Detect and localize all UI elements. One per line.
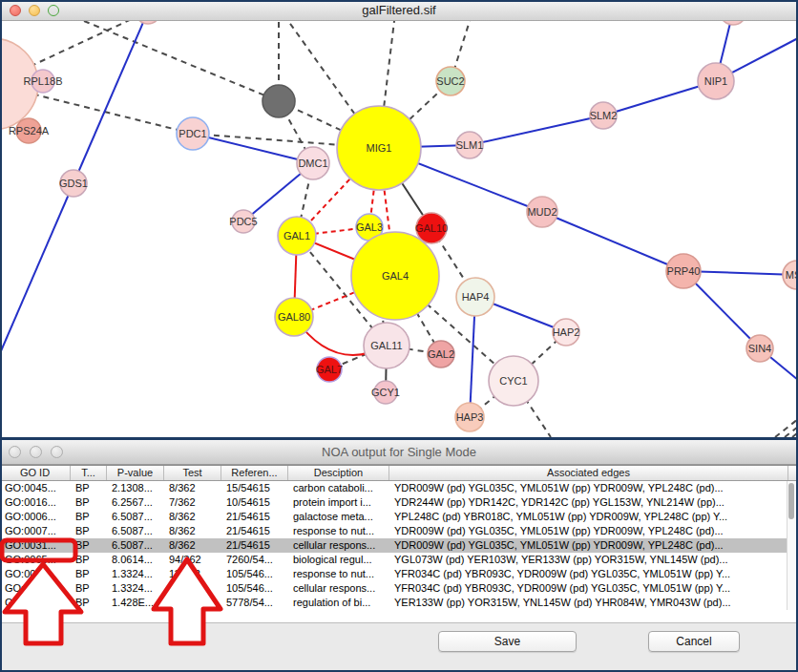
column-header-3[interactable]: Test bbox=[164, 466, 221, 480]
table-cell: YGL073W (pd) YER103W, YER133W (pp) YOR31… bbox=[389, 553, 788, 567]
table-cell: protein import i... bbox=[288, 495, 389, 510]
table-cell: GO:0031... bbox=[0, 567, 71, 581]
noa-close-button[interactable] bbox=[9, 446, 21, 458]
table-cell: YDR009W (pd) YGL035C, YML051W (pp) YDR00… bbox=[389, 524, 788, 538]
table-row[interactable]: GO:0065...BP8.0614...94/3627260/54...bio… bbox=[0, 553, 788, 567]
column-header-6[interactable]: Associated edges bbox=[389, 466, 788, 480]
node-label-MUD2: MUD2 bbox=[527, 206, 556, 218]
table-cell: BP bbox=[71, 567, 107, 581]
table-cell: 7/362 bbox=[164, 495, 221, 510]
node-label-HAP3: HAP3 bbox=[456, 411, 484, 423]
node-label-MIG1: MIG1 bbox=[367, 142, 392, 154]
noa-title-bar: NOA output for Single Mode bbox=[0, 440, 798, 465]
table-cell: BP bbox=[71, 596, 107, 610]
network-edge[interactable] bbox=[74, 21, 148, 183]
network-edge[interactable] bbox=[470, 116, 603, 145]
table-row[interactable]: GO:0045...BP2.1308...8/36215/54615carbon… bbox=[0, 481, 788, 495]
node-label-GCY1: GCY1 bbox=[371, 387, 400, 398]
table-row[interactable]: GO:0031...BP6.5087...8/36221/54615cellul… bbox=[0, 538, 788, 553]
table-cell: GO:0016... bbox=[0, 495, 71, 510]
noa-minimize-button[interactable] bbox=[30, 446, 42, 458]
table-cell: 15/54615 bbox=[221, 481, 288, 495]
table-cell: BP bbox=[71, 510, 107, 524]
column-header-2[interactable]: P-value bbox=[107, 466, 164, 480]
node-label-PRP40: PRP40 bbox=[667, 265, 701, 277]
table-cell: BP bbox=[71, 495, 107, 510]
table-cell: GO:0006... bbox=[0, 510, 71, 524]
minimize-button[interactable] bbox=[29, 5, 40, 16]
table-cell: YFR034C (pd) YBR093C, YDR009W (pd) YGL03… bbox=[389, 567, 788, 581]
table-cell: GO:0007... bbox=[0, 524, 71, 538]
node-label-PDC5: PDC5 bbox=[229, 216, 257, 227]
network-edge[interactable] bbox=[84, 21, 279, 101]
save-button[interactable]: Save bbox=[438, 631, 577, 652]
table-cell: galactose meta... bbox=[288, 510, 389, 524]
node-topPinkR[interactable] bbox=[720, 21, 746, 25]
node-label-GAL7: GAL7 bbox=[316, 364, 343, 375]
table-cell: 8.0614... bbox=[107, 553, 164, 567]
table-cell: 6.5087... bbox=[107, 510, 164, 524]
table-row[interactable]: GO:0050...BP1.428E...80/3625778/54...reg… bbox=[0, 596, 788, 610]
node-label-SLM2: SLM2 bbox=[590, 110, 618, 121]
table-row[interactable]: GO:0006...BP6.5087...8/36221/54615galact… bbox=[0, 510, 788, 524]
table-cell: cellular respons... bbox=[288, 538, 389, 553]
table-row[interactable]: GO:0031...BP1.3324...11/362105/546...res… bbox=[0, 567, 788, 581]
network-edge[interactable] bbox=[0, 183, 74, 353]
main-title-bar: galFiltered.sif bbox=[0, 0, 798, 21]
node-label-NIP1: NIP1 bbox=[704, 75, 727, 87]
table-cell: 94/362 bbox=[164, 553, 221, 567]
table-cell: 105/546... bbox=[221, 581, 288, 596]
network-edge[interactable] bbox=[542, 212, 683, 271]
noa-window: NOA output for Single Mode GO IDT...P-va… bbox=[0, 440, 798, 672]
table-cell: BP bbox=[71, 538, 107, 553]
noa-title: NOA output for Single Mode bbox=[0, 440, 798, 464]
table-cell: 1.3324... bbox=[107, 567, 164, 581]
column-header-4[interactable]: Referen... bbox=[221, 466, 288, 480]
table-cell: 10/54615 bbox=[221, 495, 288, 510]
table-header: GO IDT...P-valueTestReferen...Desciption… bbox=[0, 465, 798, 481]
table-cell: 8/362 bbox=[164, 538, 221, 553]
table-cell: YDR244W (pp) YDR142C, YDR142C (pp) YGL15… bbox=[389, 495, 788, 510]
table-row[interactable]: GO:0031...BP1.3324...11/362105/546...cel… bbox=[0, 581, 788, 596]
node-label-PDC1: PDC1 bbox=[178, 128, 206, 139]
node-label-HAP2: HAP2 bbox=[553, 326, 580, 338]
node-label-RPL18B: RPL18B bbox=[24, 75, 63, 87]
column-header-5[interactable]: Desciption bbox=[288, 466, 389, 480]
table-row[interactable]: GO:0007...BP6.5087...8/36221/54615respon… bbox=[0, 524, 788, 538]
cancel-button[interactable]: Cancel bbox=[648, 631, 740, 652]
column-header-0[interactable]: GO ID bbox=[0, 466, 71, 480]
table-cell: 8/362 bbox=[164, 481, 221, 495]
node-graynode[interactable] bbox=[262, 85, 295, 117]
table-cell: YFR034C (pd) YBR093C, YDR009W (pd) YGL03… bbox=[389, 581, 788, 596]
table-cell: YDR009W (pd) YGL035C, YML051W (pp) YDR00… bbox=[389, 538, 788, 553]
table-cell: BP bbox=[71, 553, 107, 567]
column-header-1[interactable]: T... bbox=[71, 466, 107, 480]
table-cell: biological regul... bbox=[288, 553, 389, 567]
node-label-GAL1: GAL1 bbox=[284, 230, 310, 242]
network-canvas[interactable]: RPL18BRPS24AGDS1PDC1DMC1MIG1SUC2SLM1SLM2… bbox=[0, 21, 798, 437]
zoom-button[interactable] bbox=[48, 5, 59, 16]
table-cell: YER133W (pp) YOR315W, YNL145W (pd) YHR08… bbox=[389, 596, 788, 610]
node-label-GAL3: GAL3 bbox=[356, 221, 383, 233]
table-cell: 1.428E... bbox=[107, 596, 164, 610]
noa-zoom-button[interactable] bbox=[51, 446, 63, 458]
scrollbar-thumb[interactable] bbox=[788, 483, 794, 519]
table-cell: GO:0031... bbox=[0, 581, 71, 596]
table-cell: 80/362 bbox=[164, 596, 221, 610]
table-cell: GO:0031... bbox=[0, 538, 71, 553]
table-row[interactable]: GO:0016...BP6.2567...7/36210/54615protei… bbox=[0, 495, 788, 510]
close-button[interactable] bbox=[10, 5, 21, 16]
table-cell: 105/546... bbox=[221, 567, 288, 581]
table-cell: 1.3324... bbox=[107, 581, 164, 596]
table-cell: GO:0050... bbox=[0, 596, 71, 610]
node-label-SIN4: SIN4 bbox=[748, 343, 771, 354]
node-label-RPS24A: RPS24A bbox=[9, 125, 50, 136]
network-edge[interactable] bbox=[193, 134, 313, 163]
noa-table: GO:0045...BP2.1308...8/36215/54615carbon… bbox=[0, 481, 798, 622]
table-cell: GO:0045... bbox=[0, 481, 71, 495]
table-cell: 21/54615 bbox=[221, 510, 288, 524]
node-topPink1[interactable] bbox=[136, 21, 160, 24]
table-cell: 6.2567... bbox=[107, 495, 164, 510]
node-label-GAL4: GAL4 bbox=[382, 270, 409, 282]
table-scrollbar[interactable] bbox=[787, 481, 796, 610]
